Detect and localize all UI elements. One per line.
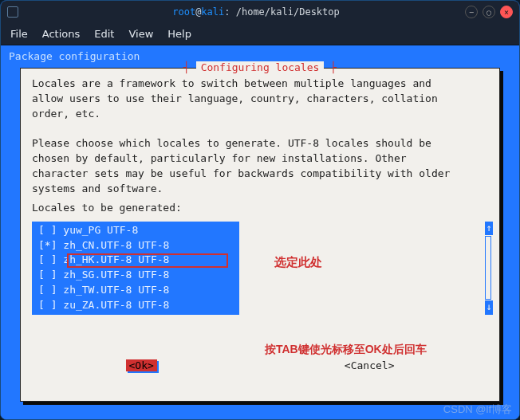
close-button[interactable]: × (500, 6, 513, 18)
ok-button[interactable]: <Ok> (126, 359, 157, 371)
locale-listbox[interactable]: [ ] yuw_PG UTF-8 [*] zh_CN.UTF-8 UTF-8 [… (32, 222, 239, 315)
list-item[interactable]: [ ] zh_TW.UTF-8 UTF-8 (32, 283, 239, 298)
cancel-button[interactable]: <Cancel> (345, 359, 395, 371)
title-user: root (172, 6, 195, 18)
configure-locales-dialog: ┤ Configuring locales ├ Locales are a fr… (20, 68, 500, 402)
title-host: kali (201, 6, 224, 18)
dialog-title: ┤ Configuring locales ├ (21, 61, 499, 73)
minimize-button[interactable]: − (465, 6, 478, 18)
dialog-prompt: Locales to be generated: (32, 202, 488, 214)
scroll-up-icon[interactable]: ↑ (485, 222, 493, 235)
list-item[interactable]: [ ] zu_ZA.UTF-8 UTF-8 (32, 298, 239, 313)
menu-file[interactable]: File (10, 28, 28, 40)
annotation-select-here: 选定此处 (274, 255, 322, 270)
app-window: root@kali: /home/kali/Desktop − ○ × File… (0, 0, 520, 420)
dialog-button-row: <Ok> <Cancel> (32, 359, 488, 371)
list-item[interactable]: [*] zh_CN.UTF-8 UTF-8 (32, 238, 239, 253)
dialog-description: Locales are a framework to switch betwee… (32, 77, 488, 197)
list-item[interactable]: [ ] zh_HK.UTF-8 UTF-8 (32, 253, 239, 268)
titlebar: root@kali: /home/kali/Desktop − ○ × (1, 1, 519, 23)
list-item[interactable]: [ ] yuw_PG UTF-8 (32, 223, 239, 238)
annotation-tab-hint: 按TAB键使光标移至OK处后回车 (265, 343, 427, 357)
menu-edit[interactable]: Edit (94, 28, 114, 40)
app-icon (7, 6, 18, 18)
window-title: root@kali: /home/kali/Desktop (55, 6, 457, 18)
maximize-button[interactable]: ○ (483, 6, 495, 18)
title-path: /home/kali/Desktop (236, 6, 340, 18)
menu-actions[interactable]: Actions (42, 28, 81, 40)
scroll-down-icon[interactable]: ↓ (485, 300, 493, 314)
scroll-thumb[interactable] (485, 236, 491, 300)
menu-view[interactable]: View (128, 28, 153, 40)
watermark: CSDN @lf博客 (443, 402, 512, 417)
terminal-area: Package configuration ┤ Configuring loca… (1, 45, 519, 420)
list-item[interactable]: [ ] zh_SG.UTF-8 UTF-8 (32, 268, 239, 283)
menu-help[interactable]: Help (167, 28, 191, 40)
menubar: File Actions Edit View Help (1, 23, 519, 45)
scrollbar[interactable]: ↑ ↓ (485, 222, 493, 315)
